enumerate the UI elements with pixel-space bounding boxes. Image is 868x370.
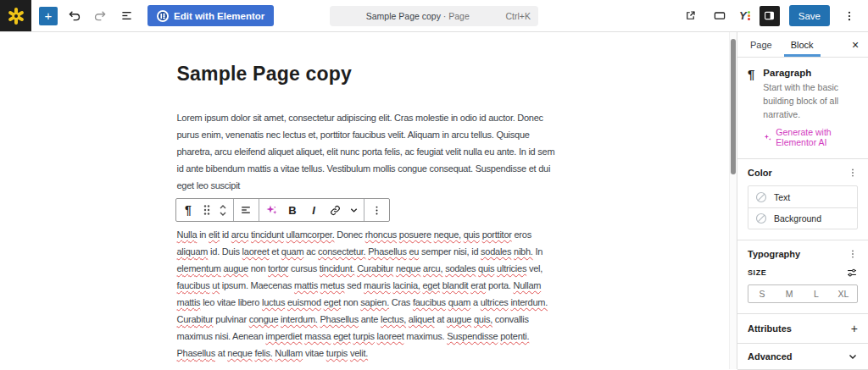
- editor-workspace: Sample Page copy Lorem ipsum dolor sit a…: [0, 32, 868, 369]
- link-button[interactable]: [325, 200, 346, 221]
- block-toolbar-group-align: [234, 199, 259, 221]
- color-panel-title: Color: [748, 168, 772, 178]
- advanced-panel-title: Advanced: [748, 351, 793, 362]
- toolbar-left-group: +: [31, 5, 274, 26]
- tab-page[interactable]: Page: [741, 32, 782, 57]
- size-settings-button[interactable]: [846, 267, 858, 279]
- italic-button[interactable]: I: [303, 200, 325, 221]
- font-size-xl[interactable]: XL: [830, 285, 857, 302]
- generate-with-elementor-ai-link[interactable]: Generate with Elementor AI: [763, 127, 858, 147]
- close-sidebar-button[interactable]: ×: [843, 32, 868, 57]
- move-up-down-icon: [219, 204, 227, 217]
- sidebar-panel-icon: [763, 9, 776, 22]
- paragraph-icon: ¶: [185, 203, 192, 217]
- settings-sidebar: Page Block × ¶ Paragraph Start with the …: [737, 32, 868, 369]
- site-logo-icon: [7, 7, 25, 25]
- desktop-icon: [713, 9, 726, 23]
- block-info-card: ¶ Paragraph Start with the basic buildin…: [737, 58, 868, 159]
- background-color-option[interactable]: Background: [748, 207, 857, 229]
- font-size-segmented-control: S M L XL: [748, 284, 858, 303]
- paragraph-icon: ¶: [748, 68, 754, 147]
- editor-top-bar: +: [0, 0, 868, 32]
- undo-icon: [67, 8, 81, 23]
- paragraph-block-type-button[interactable]: ¶: [178, 200, 199, 221]
- document-overview-button[interactable]: [116, 6, 136, 26]
- document-title: Sample Page copy · Page: [330, 11, 506, 21]
- site-logo-button[interactable]: [0, 0, 31, 31]
- text-color-option[interactable]: Text: [748, 186, 857, 207]
- command-shortcut: Ctrl+K: [506, 11, 538, 21]
- advanced-panel-toggle[interactable]: Advanced: [737, 344, 868, 370]
- canvas-scrollbar: [729, 32, 737, 369]
- elementor-ai-button[interactable]: [261, 200, 282, 221]
- attributes-panel-title: Attributes: [748, 323, 792, 334]
- more-formats-button[interactable]: [346, 200, 362, 221]
- color-options-box: Text Background: [748, 185, 858, 229]
- view-page-button[interactable]: [680, 6, 700, 26]
- external-link-icon: [684, 9, 697, 22]
- font-size-s[interactable]: S: [748, 285, 776, 302]
- block-name: Paragraph: [763, 68, 858, 78]
- sidebar-tabs: Page Block ×: [737, 32, 868, 58]
- font-size-label: SIZE: [748, 268, 766, 277]
- undo-button[interactable]: [64, 6, 84, 26]
- yoast-traffic-light-icon: [748, 11, 750, 20]
- settings-sidebar-toggle[interactable]: [760, 6, 780, 26]
- add-attributes-icon: +: [851, 322, 858, 335]
- align-text-button[interactable]: [236, 200, 257, 221]
- document-command-bar[interactable]: Sample Page copy · Page Ctrl+K: [330, 6, 538, 26]
- typography-options-button[interactable]: [848, 249, 858, 259]
- block-toolbar-group-format: B I: [259, 199, 364, 221]
- post-content: Sample Page copy Lorem ipsum dolor sit a…: [177, 63, 560, 362]
- color-options-button[interactable]: [848, 168, 858, 178]
- options-menu-button[interactable]: [839, 6, 860, 26]
- ai-link-label: Generate with Elementor AI: [776, 127, 858, 147]
- chevron-down-icon: [848, 351, 858, 362]
- canvas-scrollbar-thumb[interactable]: [731, 39, 736, 174]
- chevron-down-icon: [349, 206, 359, 215]
- block-description: Start with the basic building block of a…: [763, 81, 858, 121]
- post-title-field[interactable]: Sample Page copy: [177, 63, 560, 86]
- yoast-seo-button[interactable]: Y: [739, 9, 750, 22]
- attributes-panel-toggle[interactable]: Attributes +: [737, 314, 868, 344]
- redo-icon: [93, 8, 108, 23]
- toolbar-right-group: Y Save: [680, 5, 868, 26]
- block-inserter-button[interactable]: +: [39, 7, 58, 25]
- color-panel: Color Text: [737, 159, 868, 240]
- align-left-icon: [239, 203, 253, 217]
- no-color-icon: [755, 213, 767, 224]
- elementor-icon: [157, 10, 169, 22]
- edit-with-elementor-button[interactable]: Edit with Elementor: [147, 5, 274, 26]
- text-color-label: Text: [774, 192, 790, 202]
- font-size-m[interactable]: M: [776, 285, 803, 302]
- block-mover[interactable]: [215, 200, 231, 221]
- block-toolbar-group-options: [364, 199, 389, 221]
- save-button[interactable]: Save: [789, 5, 830, 26]
- kebab-menu-icon: [371, 205, 382, 216]
- redo-button[interactable]: [90, 6, 110, 26]
- yoast-icon: Y: [739, 9, 747, 22]
- no-color-icon: [755, 191, 767, 203]
- paragraph-block-1[interactable]: Lorem ipsum dolor sit amet, consectetur …: [177, 109, 560, 194]
- bold-button[interactable]: B: [282, 200, 303, 221]
- preview-button[interactable]: [709, 6, 730, 26]
- block-toolbar-group-block: ¶: [176, 199, 234, 221]
- sliders-icon: [846, 267, 858, 279]
- editor-canvas: Sample Page copy Lorem ipsum dolor sit a…: [0, 32, 737, 369]
- edit-with-elementor-label: Edit with Elementor: [174, 11, 264, 21]
- font-size-l[interactable]: L: [803, 285, 830, 302]
- list-view-icon: [120, 8, 134, 23]
- link-icon: [329, 204, 342, 217]
- tab-block[interactable]: Block: [782, 32, 823, 57]
- kebab-menu-icon: [843, 10, 855, 22]
- block-options-button[interactable]: [366, 200, 387, 221]
- ai-sparkles-icon: [763, 133, 772, 142]
- background-color-label: Background: [774, 213, 821, 224]
- paragraph-block-2[interactable]: Nulla in elit id arcu tincidunt ullamcor…: [177, 226, 560, 362]
- drag-handle[interactable]: [199, 200, 215, 221]
- drag-icon: [203, 204, 211, 216]
- block-toolbar: ¶: [175, 198, 390, 222]
- typography-panel: Typography SIZE: [737, 240, 868, 314]
- ai-sparkles-icon: [265, 204, 278, 217]
- typography-panel-title: Typography: [748, 249, 800, 259]
